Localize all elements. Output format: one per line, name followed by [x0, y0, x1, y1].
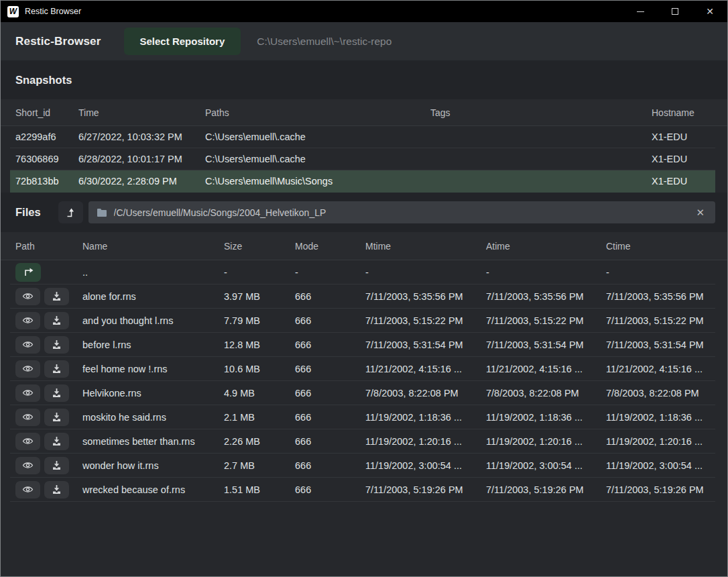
file-row-actions [15, 409, 82, 426]
parent-directory-button[interactable] [58, 201, 83, 223]
file-mode: 666 [295, 364, 365, 374]
download-file-button[interactable] [44, 457, 69, 474]
snapshot-short-id: 72b813bb [15, 176, 78, 187]
file-name: alone for.rns [82, 291, 224, 302]
download-file-button[interactable] [44, 288, 69, 305]
view-file-button[interactable] [15, 336, 40, 354]
file-atime: 11/21/2002, 4:15:16 ... [486, 364, 606, 374]
download-file-button[interactable] [44, 384, 69, 402]
file-column-header: Mode [295, 241, 365, 252]
download-file-button[interactable] [44, 312, 69, 329]
maximize-button[interactable] [658, 1, 692, 22]
view-file-button[interactable] [15, 360, 40, 378]
file-atime: 7/11/2003, 5:35:56 PM [486, 291, 606, 302]
select-repository-button[interactable]: Select Repository [124, 28, 241, 55]
view-file-button[interactable] [15, 433, 40, 450]
file-size: 2.26 MB [224, 436, 295, 447]
download-icon [52, 339, 62, 350]
file-ctime: 7/11/2003, 5:31:54 PM [606, 339, 715, 350]
file-name: wonder how it.rns [82, 460, 224, 471]
parent-directory-row[interactable]: .. - - - - - [10, 260, 715, 284]
download-file-button[interactable] [44, 336, 69, 354]
go-to-parent-button[interactable] [15, 263, 41, 282]
file-column-header: Size [224, 241, 295, 252]
file-row[interactable]: feel home now !.rns 10.6 MB 666 11/21/20… [10, 357, 715, 381]
current-path-input[interactable]: /C/Users/emuell/Music/Songs/2004_Helveti… [88, 201, 715, 223]
file-ctime: 7/8/2003, 8:22:08 PM [606, 388, 715, 399]
file-ctime: 11/19/2002, 1:18:36 ... [606, 412, 715, 423]
snapshot-hostname: X1-EDU [652, 132, 715, 142]
snapshot-row[interactable]: 76306869 6/28/2022, 10:01:17 PM C:\Users… [10, 148, 715, 170]
view-file-button[interactable] [15, 312, 40, 329]
download-icon [52, 388, 62, 398]
file-size: 7.79 MB [224, 315, 295, 326]
file-row-actions [15, 336, 82, 354]
file-mtime: 7/11/2003, 5:19:26 PM [365, 484, 486, 495]
app-header: Restic-Browser Select Repository C:\User… [1, 22, 727, 60]
download-file-button[interactable] [44, 481, 69, 499]
download-icon [52, 460, 62, 470]
file-row[interactable]: sometimes better than.rns 2.26 MB 666 11… [10, 429, 715, 454]
file-row[interactable]: and you thought l.rns 7.79 MB 666 7/11/2… [10, 309, 715, 333]
parent-row-actions [15, 263, 82, 282]
window-title: Restic Browser [25, 7, 81, 16]
file-atime: 7/11/2003, 5:19:26 PM [486, 484, 606, 495]
eye-icon [22, 340, 34, 349]
snapshot-hostname: X1-EDU [652, 154, 715, 164]
file-size: 2.1 MB [224, 412, 295, 423]
titlebar: W Restic Browser ✕ [1, 1, 727, 22]
eye-icon [22, 485, 34, 494]
view-file-button[interactable] [15, 288, 40, 305]
parent-row-ctime: - [606, 267, 715, 278]
snapshot-time: 6/27/2022, 10:03:32 PM [78, 132, 205, 142]
clear-path-button[interactable]: ✕ [693, 205, 707, 220]
file-size: 1.51 MB [224, 484, 295, 495]
file-name: wrecked because of.rns [82, 484, 224, 495]
parent-row-atime: - [486, 267, 606, 278]
file-mode: 666 [295, 412, 365, 423]
file-row[interactable]: alone for.rns 3.97 MB 666 7/11/2003, 5:3… [10, 284, 715, 309]
eye-icon [22, 364, 34, 373]
close-button[interactable]: ✕ [692, 1, 727, 22]
file-name: moskito he said.rns [82, 412, 224, 423]
file-mode: 666 [295, 388, 365, 399]
file-row[interactable]: moskito he said.rns 2.1 MB 666 11/19/200… [10, 405, 715, 429]
file-mode: 666 [295, 460, 365, 471]
minimize-button[interactable] [623, 1, 658, 22]
file-row[interactable]: wrecked because of.rns 1.51 MB 666 7/11/… [10, 478, 715, 502]
file-name: Helvikone.rns [82, 388, 224, 399]
file-mode: 666 [295, 339, 365, 350]
file-atime: 7/8/2003, 8:22:08 PM [486, 388, 606, 399]
view-file-button[interactable] [15, 384, 40, 402]
files-table: .. - - - - - alone for.rns [1, 260, 727, 502]
download-file-button[interactable] [44, 433, 69, 450]
file-row[interactable]: wonder how it.rns 2.7 MB 666 11/19/2002,… [10, 454, 715, 478]
file-ctime: 7/11/2003, 5:15:22 PM [606, 315, 715, 326]
arrow-up-right-icon [23, 267, 34, 277]
file-row[interactable]: before l.rns 12.8 MB 666 7/11/2003, 5:31… [10, 333, 715, 357]
snapshot-column-header: Paths [205, 107, 430, 118]
current-path-value: /C/Users/emuell/Music/Songs/2004_Helveti… [114, 207, 694, 218]
file-row-actions [15, 457, 82, 474]
file-mtime: 11/19/2002, 1:18:36 ... [365, 412, 486, 423]
file-atime: 7/11/2003, 5:31:54 PM [486, 339, 606, 350]
file-row-actions [15, 312, 82, 329]
download-file-button[interactable] [44, 409, 69, 426]
file-atime: 7/11/2003, 5:15:22 PM [486, 315, 606, 326]
parent-row-mtime: - [365, 267, 486, 278]
download-icon [52, 484, 62, 494]
snapshot-row[interactable]: a2299af6 6/27/2022, 10:03:32 PM C:\Users… [10, 126, 715, 148]
parent-row-name: .. [82, 267, 224, 278]
file-row[interactable]: Helvikone.rns 4.9 MB 666 7/8/2003, 8:22:… [10, 381, 715, 405]
snapshots-table-header: Short_idTimePathsTagsHostname [1, 99, 727, 126]
file-mtime: 7/11/2003, 5:15:22 PM [365, 315, 486, 326]
file-size: 12.8 MB [224, 339, 295, 350]
view-file-button[interactable] [15, 409, 40, 426]
snapshot-row[interactable]: 72b813bb 6/30/2022, 2:28:09 PM C:\Users\… [10, 170, 715, 193]
view-file-button[interactable] [15, 481, 40, 499]
view-file-button[interactable] [15, 457, 40, 474]
eye-icon [22, 292, 34, 301]
file-mtime: 7/11/2003, 5:35:56 PM [365, 291, 486, 302]
download-file-button[interactable] [44, 360, 69, 378]
file-mode: 666 [295, 291, 365, 302]
